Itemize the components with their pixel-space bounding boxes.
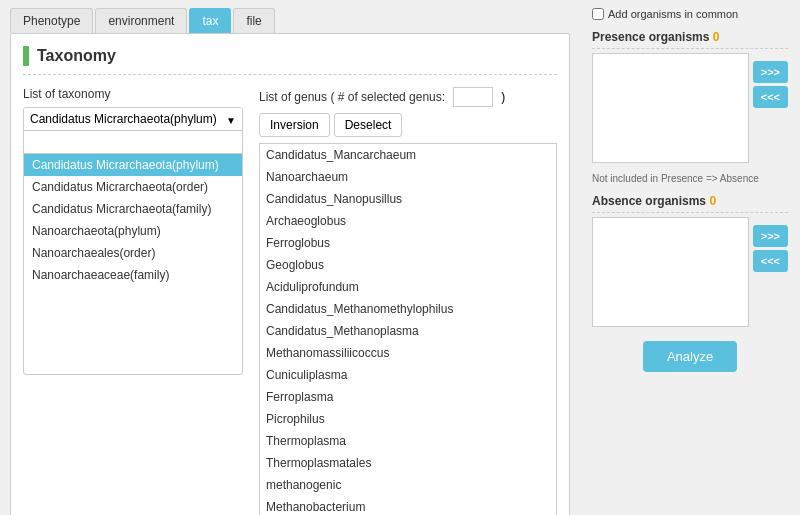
- genus-header: List of genus ( # of selected genus: ): [259, 87, 557, 107]
- taxonomy-list-item[interactable]: Candidatus Micrarchaeota(phylum): [24, 154, 242, 176]
- genus-column: List of genus ( # of selected genus: ) I…: [259, 87, 557, 515]
- genus-list-item[interactable]: Nanoarchaeum: [260, 166, 556, 188]
- genus-list-item[interactable]: Methanomassiliicoccus: [260, 342, 556, 364]
- genus-list[interactable]: Candidatus_MancarchaeumNanoarchaeumCandi…: [259, 143, 557, 515]
- tab-bar: Phenotype environment tax file: [0, 0, 580, 33]
- genus-list-item[interactable]: Candidatus_Nanopusillus: [260, 188, 556, 210]
- genus-list-item[interactable]: Aciduliprofundum: [260, 276, 556, 298]
- genus-list-item[interactable]: Thermoplasma: [260, 430, 556, 452]
- section-title-text: Taxonomy: [37, 47, 116, 65]
- genus-list-item[interactable]: Picrophilus: [260, 408, 556, 430]
- deselect-button[interactable]: Deselect: [334, 113, 403, 137]
- genus-list-item[interactable]: Thermoplasmatales: [260, 452, 556, 474]
- genus-list-item[interactable]: Archaeoglobus: [260, 210, 556, 232]
- absence-back-button[interactable]: <<<: [753, 250, 788, 272]
- taxonomy-top-select[interactable]: Candidatus Micrarchaeota(phylum): [24, 108, 242, 131]
- taxonomy-list-item[interactable]: Nanoarchaeaceae(family): [24, 264, 242, 286]
- tab-tax[interactable]: tax: [189, 8, 231, 33]
- genus-list-item[interactable]: Candidatus_Mancarchaeum: [260, 144, 556, 166]
- taxonomy-list-item[interactable]: Candidatus Micrarchaeota(family): [24, 198, 242, 220]
- presence-count-badge: 0: [713, 30, 720, 44]
- tab-environment[interactable]: environment: [95, 8, 187, 33]
- analyze-row: Analyze: [592, 341, 788, 372]
- taxonomy-list: Candidatus Micrarchaeota(phylum)Candidat…: [24, 154, 242, 374]
- inversion-button[interactable]: Inversion: [259, 113, 330, 137]
- add-common-checkbox[interactable]: [592, 8, 604, 20]
- taxonomy-column: List of taxonomy Candidatus Micrarchaeot…: [23, 87, 243, 515]
- genus-header-label: List of genus ( # of selected genus:: [259, 90, 445, 104]
- presence-forward-button[interactable]: >>>: [753, 61, 788, 83]
- left-panel: Phenotype environment tax file Taxonomy …: [0, 0, 580, 515]
- analyze-button[interactable]: Analyze: [643, 341, 737, 372]
- absence-organism-box: [592, 217, 749, 327]
- genus-header-paren: ): [501, 90, 505, 104]
- genus-list-item[interactable]: Candidatus_Methanomethylophilus: [260, 298, 556, 320]
- add-common-row: Add organisms in common: [592, 8, 788, 20]
- genus-list-item[interactable]: Ferroglobus: [260, 232, 556, 254]
- tab-phenotype[interactable]: Phenotype: [10, 8, 93, 33]
- two-columns-layout: List of taxonomy Candidatus Micrarchaeot…: [23, 87, 557, 515]
- section-title-row: Taxonomy: [23, 46, 557, 75]
- genus-list-item[interactable]: Cuniculiplasma: [260, 364, 556, 386]
- taxonomy-list-item[interactable]: Nanoarchaeota(phylum): [24, 220, 242, 242]
- genus-count-input[interactable]: [453, 87, 493, 107]
- genus-list-item[interactable]: Ferroplasma: [260, 386, 556, 408]
- genus-list-item[interactable]: methanogenic: [260, 474, 556, 496]
- genus-list-item[interactable]: Candidatus_Methanoplasma: [260, 320, 556, 342]
- not-included-note: Not included in Presence => Absence: [592, 173, 788, 184]
- taxonomy-select-container: Candidatus Micrarchaeota(phylum) ▼ Candi…: [23, 107, 243, 375]
- presence-transfer-buttons: >>> <<<: [753, 53, 788, 108]
- absence-count-badge: 0: [709, 194, 716, 208]
- absence-forward-button[interactable]: >>>: [753, 225, 788, 247]
- absence-title: Absence organisms 0: [592, 194, 788, 213]
- content-area: Taxonomy List of taxonomy Candidatus Mic…: [10, 33, 570, 515]
- absence-title-text: Absence organisms: [592, 194, 706, 208]
- presence-title-text: Presence organisms: [592, 30, 709, 44]
- title-bar-decoration: [23, 46, 29, 66]
- tab-file[interactable]: file: [233, 8, 274, 33]
- absence-section: Absence organisms 0 >>> <<<: [592, 194, 788, 327]
- taxonomy-col-label: List of taxonomy: [23, 87, 243, 101]
- add-common-label: Add organisms in common: [608, 8, 738, 20]
- taxonomy-list-item[interactable]: Nanoarchaeales(order): [24, 242, 242, 264]
- absence-box-row: >>> <<<: [592, 217, 788, 327]
- presence-title: Presence organisms 0: [592, 30, 788, 49]
- genus-list-item[interactable]: Geoglobus: [260, 254, 556, 276]
- presence-section: Presence organisms 0 >>> <<<: [592, 30, 788, 163]
- genus-list-item[interactable]: Methanobacterium: [260, 496, 556, 515]
- presence-box-row: >>> <<<: [592, 53, 788, 163]
- genus-buttons: Inversion Deselect: [259, 113, 557, 137]
- presence-organism-box: [592, 53, 749, 163]
- right-panel: Add organisms in common Presence organis…: [580, 0, 800, 515]
- absence-transfer-buttons: >>> <<<: [753, 217, 788, 272]
- presence-back-button[interactable]: <<<: [753, 86, 788, 108]
- taxonomy-list-item[interactable]: Candidatus Micrarchaeota(order): [24, 176, 242, 198]
- taxonomy-search-input[interactable]: [24, 131, 242, 154]
